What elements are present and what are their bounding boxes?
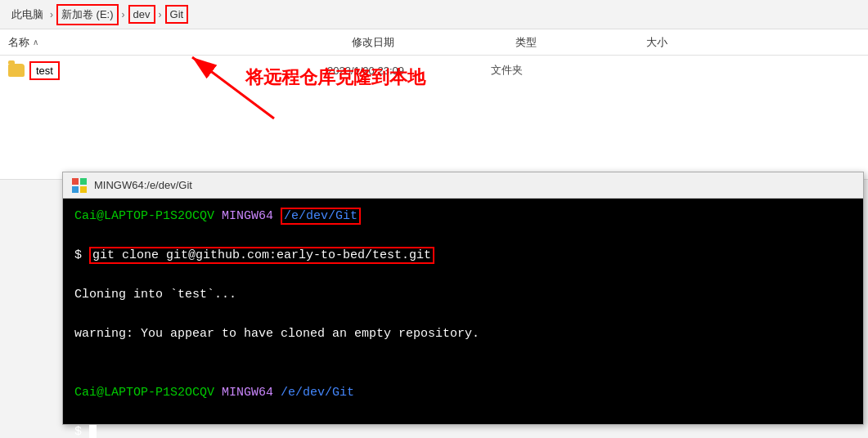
breadcrumb-dev[interactable]: dev xyxy=(128,5,155,24)
svg-rect-4 xyxy=(72,186,79,193)
sort-icon: ∧ xyxy=(33,38,38,47)
breadcrumb-drive[interactable]: 新加卷 (E:) xyxy=(56,4,119,25)
terminal-user-1: Cai@LAPTOP-P1S2OCQV xyxy=(74,209,214,223)
file-modified: 2023/1/20 23:09 xyxy=(327,65,491,77)
breadcrumb-git[interactable]: Git xyxy=(165,5,189,24)
col-size-header[interactable]: 大小 xyxy=(646,35,744,50)
column-headers: 名称 ∧ 修改日期 类型 大小 xyxy=(0,29,868,56)
col-name-header[interactable]: 名称 ∧ xyxy=(8,35,352,50)
svg-rect-2 xyxy=(72,178,79,185)
file-name: test xyxy=(29,61,60,80)
file-explorer: 此电脑 › 新加卷 (E:) › dev › Git 名称 ∧ 修改日期 类型 … xyxy=(0,0,868,180)
mingw-icon xyxy=(71,177,88,194)
file-type: 文件夹 xyxy=(491,63,622,78)
terminal-window: MINGW64:/e/dev/Git Cai@LAPTOP-P1S2OCQV M… xyxy=(62,172,864,425)
file-name-cell: test xyxy=(8,61,327,80)
breadcrumb[interactable]: 此电脑 › 新加卷 (E:) › dev › Git xyxy=(0,0,868,29)
terminal-output-1: Cloning into `test`... xyxy=(74,285,852,305)
breadcrumb-sep-3: › xyxy=(159,9,162,20)
terminal-command-line: $ git clone git@github.com:early-to-bed/… xyxy=(74,246,852,266)
col-type-header[interactable]: 类型 xyxy=(515,35,646,50)
terminal-body[interactable]: Cai@LAPTOP-P1S2OCQV MINGW64 /e/dev/Git $… xyxy=(63,199,863,424)
terminal-prompt-1: Cai@LAPTOP-P1S2OCQV MINGW64 /e/dev/Git xyxy=(74,207,852,226)
terminal-cursor xyxy=(89,425,97,438)
breadcrumb-sep-2: › xyxy=(122,9,125,20)
terminal-path-2: /e/dev/Git xyxy=(281,386,354,400)
svg-rect-3 xyxy=(80,178,87,185)
col-modified-header[interactable]: 修改日期 xyxy=(352,35,515,50)
terminal-titlebar[interactable]: MINGW64:/e/dev/Git xyxy=(63,172,863,199)
terminal-user-2: Cai@LAPTOP-P1S2OCQV xyxy=(74,386,214,400)
terminal-shell-2: MINGW64 xyxy=(222,386,273,400)
svg-rect-5 xyxy=(80,186,87,193)
table-row[interactable]: test 2023/1/20 23:09 文件夹 xyxy=(0,56,868,85)
terminal-prompt-2: Cai@LAPTOP-P1S2OCQV MINGW64 /e/dev/Git xyxy=(74,383,852,403)
folder-icon xyxy=(8,62,25,78)
breadcrumb-sep-1: › xyxy=(50,9,53,20)
breadcrumb-computer[interactable]: 此电脑 xyxy=(8,6,47,24)
terminal-path-1: /e/dev/Git xyxy=(281,208,361,225)
terminal-output-2: warning: You appear to have cloned an em… xyxy=(74,324,852,344)
terminal-shell-1: MINGW64 xyxy=(222,209,273,223)
terminal-dollar: $ xyxy=(74,425,82,438)
terminal-title: MINGW64:/e/dev/Git xyxy=(94,179,192,191)
terminal-prompt-3: $ xyxy=(74,422,852,438)
terminal-command: git clone git@github.com:early-to-bed/te… xyxy=(89,247,434,264)
